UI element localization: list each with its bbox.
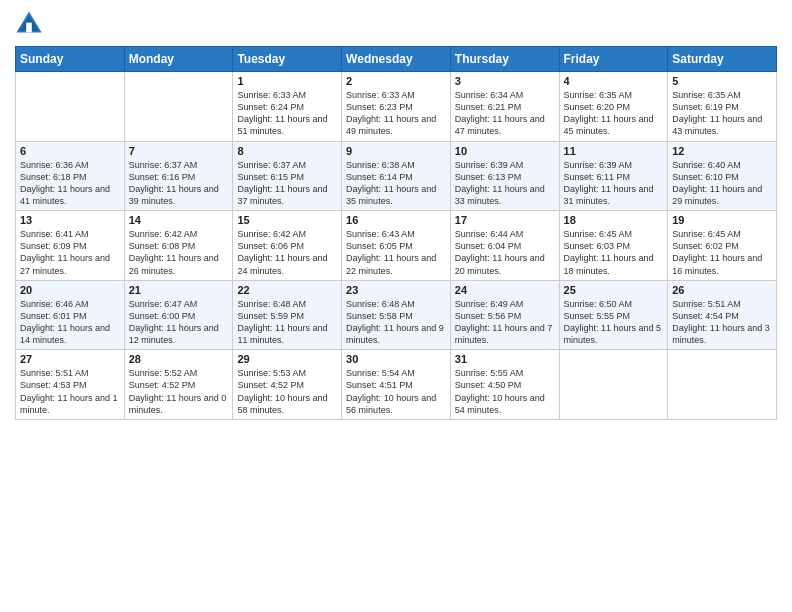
calendar-cell: 7Sunrise: 6:37 AM Sunset: 6:16 PM Daylig…	[124, 141, 233, 211]
day-number: 8	[237, 145, 337, 157]
calendar-cell: 23Sunrise: 6:48 AM Sunset: 5:58 PM Dayli…	[342, 280, 451, 350]
cell-info: Sunrise: 6:45 AM Sunset: 6:03 PM Dayligh…	[564, 228, 664, 277]
day-header-saturday: Saturday	[668, 47, 777, 72]
calendar-cell: 4Sunrise: 6:35 AM Sunset: 6:20 PM Daylig…	[559, 72, 668, 142]
cell-info: Sunrise: 5:53 AM Sunset: 4:52 PM Dayligh…	[237, 367, 337, 416]
week-row-2: 6Sunrise: 6:36 AM Sunset: 6:18 PM Daylig…	[16, 141, 777, 211]
cell-info: Sunrise: 5:52 AM Sunset: 4:52 PM Dayligh…	[129, 367, 229, 416]
logo-icon	[15, 10, 43, 38]
day-header-monday: Monday	[124, 47, 233, 72]
day-number: 14	[129, 214, 229, 226]
day-number: 19	[672, 214, 772, 226]
cell-info: Sunrise: 6:46 AM Sunset: 6:01 PM Dayligh…	[20, 298, 120, 347]
calendar-cell: 18Sunrise: 6:45 AM Sunset: 6:03 PM Dayli…	[559, 211, 668, 281]
page: SundayMondayTuesdayWednesdayThursdayFrid…	[0, 0, 792, 612]
day-number: 11	[564, 145, 664, 157]
svg-rect-2	[26, 23, 32, 33]
cell-info: Sunrise: 6:36 AM Sunset: 6:18 PM Dayligh…	[20, 159, 120, 208]
cell-info: Sunrise: 6:42 AM Sunset: 6:08 PM Dayligh…	[129, 228, 229, 277]
calendar-cell: 10Sunrise: 6:39 AM Sunset: 6:13 PM Dayli…	[450, 141, 559, 211]
cell-info: Sunrise: 6:48 AM Sunset: 5:58 PM Dayligh…	[346, 298, 446, 347]
day-number: 26	[672, 284, 772, 296]
cell-info: Sunrise: 6:38 AM Sunset: 6:14 PM Dayligh…	[346, 159, 446, 208]
header	[15, 10, 777, 38]
cell-info: Sunrise: 6:33 AM Sunset: 6:23 PM Dayligh…	[346, 89, 446, 138]
calendar-cell: 15Sunrise: 6:42 AM Sunset: 6:06 PM Dayli…	[233, 211, 342, 281]
day-number: 27	[20, 353, 120, 365]
day-number: 7	[129, 145, 229, 157]
day-number: 30	[346, 353, 446, 365]
day-number: 5	[672, 75, 772, 87]
day-number: 22	[237, 284, 337, 296]
cell-info: Sunrise: 6:39 AM Sunset: 6:13 PM Dayligh…	[455, 159, 555, 208]
calendar-cell: 11Sunrise: 6:39 AM Sunset: 6:11 PM Dayli…	[559, 141, 668, 211]
calendar-cell: 6Sunrise: 6:36 AM Sunset: 6:18 PM Daylig…	[16, 141, 125, 211]
calendar-cell: 17Sunrise: 6:44 AM Sunset: 6:04 PM Dayli…	[450, 211, 559, 281]
calendar-cell: 13Sunrise: 6:41 AM Sunset: 6:09 PM Dayli…	[16, 211, 125, 281]
day-number: 9	[346, 145, 446, 157]
calendar-cell: 8Sunrise: 6:37 AM Sunset: 6:15 PM Daylig…	[233, 141, 342, 211]
week-row-3: 13Sunrise: 6:41 AM Sunset: 6:09 PM Dayli…	[16, 211, 777, 281]
calendar-cell: 2Sunrise: 6:33 AM Sunset: 6:23 PM Daylig…	[342, 72, 451, 142]
cell-info: Sunrise: 6:43 AM Sunset: 6:05 PM Dayligh…	[346, 228, 446, 277]
day-number: 4	[564, 75, 664, 87]
cell-info: Sunrise: 5:51 AM Sunset: 4:53 PM Dayligh…	[20, 367, 120, 416]
calendar-cell: 21Sunrise: 6:47 AM Sunset: 6:00 PM Dayli…	[124, 280, 233, 350]
day-number: 3	[455, 75, 555, 87]
calendar-cell: 29Sunrise: 5:53 AM Sunset: 4:52 PM Dayli…	[233, 350, 342, 420]
calendar-cell	[124, 72, 233, 142]
calendar-cell: 27Sunrise: 5:51 AM Sunset: 4:53 PM Dayli…	[16, 350, 125, 420]
cell-info: Sunrise: 6:35 AM Sunset: 6:19 PM Dayligh…	[672, 89, 772, 138]
calendar-cell: 3Sunrise: 6:34 AM Sunset: 6:21 PM Daylig…	[450, 72, 559, 142]
calendar-cell	[668, 350, 777, 420]
day-number: 13	[20, 214, 120, 226]
cell-info: Sunrise: 6:48 AM Sunset: 5:59 PM Dayligh…	[237, 298, 337, 347]
day-number: 20	[20, 284, 120, 296]
cell-info: Sunrise: 6:33 AM Sunset: 6:24 PM Dayligh…	[237, 89, 337, 138]
day-number: 29	[237, 353, 337, 365]
day-number: 16	[346, 214, 446, 226]
day-number: 24	[455, 284, 555, 296]
day-number: 18	[564, 214, 664, 226]
calendar-cell: 31Sunrise: 5:55 AM Sunset: 4:50 PM Dayli…	[450, 350, 559, 420]
cell-info: Sunrise: 6:50 AM Sunset: 5:55 PM Dayligh…	[564, 298, 664, 347]
calendar-cell: 22Sunrise: 6:48 AM Sunset: 5:59 PM Dayli…	[233, 280, 342, 350]
cell-info: Sunrise: 6:41 AM Sunset: 6:09 PM Dayligh…	[20, 228, 120, 277]
calendar-cell	[16, 72, 125, 142]
cell-info: Sunrise: 6:45 AM Sunset: 6:02 PM Dayligh…	[672, 228, 772, 277]
day-number: 6	[20, 145, 120, 157]
cell-info: Sunrise: 6:42 AM Sunset: 6:06 PM Dayligh…	[237, 228, 337, 277]
day-number: 31	[455, 353, 555, 365]
day-number: 23	[346, 284, 446, 296]
calendar-cell: 5Sunrise: 6:35 AM Sunset: 6:19 PM Daylig…	[668, 72, 777, 142]
cell-info: Sunrise: 6:37 AM Sunset: 6:16 PM Dayligh…	[129, 159, 229, 208]
calendar-cell: 20Sunrise: 6:46 AM Sunset: 6:01 PM Dayli…	[16, 280, 125, 350]
cell-info: Sunrise: 6:47 AM Sunset: 6:00 PM Dayligh…	[129, 298, 229, 347]
day-header-friday: Friday	[559, 47, 668, 72]
calendar-cell: 25Sunrise: 6:50 AM Sunset: 5:55 PM Dayli…	[559, 280, 668, 350]
day-header-wednesday: Wednesday	[342, 47, 451, 72]
day-number: 15	[237, 214, 337, 226]
cell-info: Sunrise: 5:55 AM Sunset: 4:50 PM Dayligh…	[455, 367, 555, 416]
day-number: 25	[564, 284, 664, 296]
day-number: 1	[237, 75, 337, 87]
calendar-cell: 30Sunrise: 5:54 AM Sunset: 4:51 PM Dayli…	[342, 350, 451, 420]
cell-info: Sunrise: 6:34 AM Sunset: 6:21 PM Dayligh…	[455, 89, 555, 138]
calendar-cell: 28Sunrise: 5:52 AM Sunset: 4:52 PM Dayli…	[124, 350, 233, 420]
calendar-cell: 12Sunrise: 6:40 AM Sunset: 6:10 PM Dayli…	[668, 141, 777, 211]
calendar: SundayMondayTuesdayWednesdayThursdayFrid…	[15, 46, 777, 420]
day-number: 12	[672, 145, 772, 157]
logo	[15, 10, 47, 38]
calendar-header-row: SundayMondayTuesdayWednesdayThursdayFrid…	[16, 47, 777, 72]
calendar-cell: 9Sunrise: 6:38 AM Sunset: 6:14 PM Daylig…	[342, 141, 451, 211]
day-number: 10	[455, 145, 555, 157]
calendar-cell: 24Sunrise: 6:49 AM Sunset: 5:56 PM Dayli…	[450, 280, 559, 350]
calendar-cell: 1Sunrise: 6:33 AM Sunset: 6:24 PM Daylig…	[233, 72, 342, 142]
calendar-cell: 14Sunrise: 6:42 AM Sunset: 6:08 PM Dayli…	[124, 211, 233, 281]
week-row-1: 1Sunrise: 6:33 AM Sunset: 6:24 PM Daylig…	[16, 72, 777, 142]
day-header-tuesday: Tuesday	[233, 47, 342, 72]
calendar-cell	[559, 350, 668, 420]
cell-info: Sunrise: 6:40 AM Sunset: 6:10 PM Dayligh…	[672, 159, 772, 208]
day-header-sunday: Sunday	[16, 47, 125, 72]
week-row-4: 20Sunrise: 6:46 AM Sunset: 6:01 PM Dayli…	[16, 280, 777, 350]
